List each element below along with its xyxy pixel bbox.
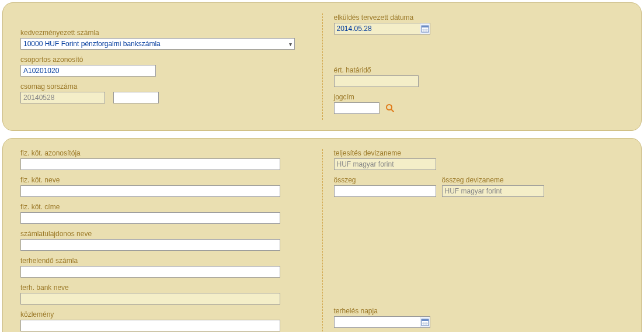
input-planned-date[interactable] xyxy=(335,23,420,34)
field-perf-currency: teljesítés devizaneme xyxy=(334,149,624,170)
svg-rect-9 xyxy=(422,319,429,321)
field-payer-name: fiz. köt. neve xyxy=(20,176,311,197)
field-group-id: csoportos azonosító xyxy=(20,56,311,77)
label-debit-date: terhelés napja xyxy=(334,307,624,315)
input-debit-acct[interactable] xyxy=(20,266,280,278)
input-deadline xyxy=(334,75,419,87)
field-deadline: ért. határidő xyxy=(334,66,624,87)
input-package-seq-2[interactable] xyxy=(113,92,159,103)
input-amount[interactable] xyxy=(334,185,436,197)
field-title-code: jogcím xyxy=(334,93,624,114)
field-owner-name: számlatulajdonos neve xyxy=(20,230,311,251)
label-owner-name: számlatulajdonos neve xyxy=(20,230,311,238)
panel-header: kedvezményezett számla 10000 HUF Forint … xyxy=(2,2,642,131)
input-payer-addr[interactable] xyxy=(20,212,280,224)
label-debit-bank: terh. bank neve xyxy=(20,283,311,292)
panel-details: fiz. köt. azonosítója fiz. köt. neve fiz… xyxy=(2,138,642,332)
label-deadline: ért. határidő xyxy=(334,66,624,74)
label-amount: összeg xyxy=(334,176,436,184)
label-amount-currency: összeg devizaneme xyxy=(442,176,544,184)
label-planned-date: elküldés tervezett dátuma xyxy=(334,13,624,22)
label-beneficiary-account: kedvezményezett számla xyxy=(20,29,311,37)
input-perf-currency xyxy=(334,158,436,170)
field-planned-date: elküldés tervezett dátuma xyxy=(334,13,624,34)
field-beneficiary-account: kedvezményezett számla 10000 HUF Forint … xyxy=(20,29,311,50)
input-owner-name[interactable] xyxy=(20,239,280,251)
date-planned-date xyxy=(334,23,430,34)
input-title-code[interactable] xyxy=(334,102,380,114)
input-payer-name[interactable] xyxy=(20,185,280,197)
vertical-divider xyxy=(322,149,323,331)
input-group-id[interactable] xyxy=(20,65,156,77)
input-memo[interactable] xyxy=(20,320,280,331)
search-icon[interactable] xyxy=(384,102,396,114)
field-debit-bank: terh. bank neve xyxy=(20,283,311,305)
svg-rect-1 xyxy=(422,26,429,27)
field-debit-acct: terhelendő számla xyxy=(20,257,311,278)
input-amount-currency xyxy=(442,185,544,197)
label-payer-addr: fiz. köt. címe xyxy=(20,203,311,211)
vertical-divider xyxy=(322,13,323,120)
label-title-code: jogcím xyxy=(334,93,624,101)
panel1-right: elküldés tervezett dátuma ért. határidő … xyxy=(322,13,624,120)
panel1-left: kedvezményezett számla 10000 HUF Forint … xyxy=(20,13,322,120)
field-memo: közlemény xyxy=(20,310,311,331)
select-value: 10000 HUF Forint pénzforgalmi bankszámla xyxy=(23,40,161,48)
label-payer-id: fiz. köt. azonosítója xyxy=(20,149,311,157)
label-debit-acct: terhelendő számla xyxy=(20,257,311,265)
field-payer-id: fiz. köt. azonosítója xyxy=(20,149,311,170)
panel2-left: fiz. köt. azonosítója fiz. köt. neve fiz… xyxy=(20,149,322,331)
label-perf-currency: teljesítés devizaneme xyxy=(334,149,624,157)
date-debit-date xyxy=(334,316,430,328)
svg-line-7 xyxy=(391,109,394,112)
field-amount-row: összeg összeg devizaneme xyxy=(334,176,624,197)
input-payer-id[interactable] xyxy=(20,158,280,170)
calendar-icon[interactable] xyxy=(420,23,429,34)
input-package-seq-1 xyxy=(20,92,105,103)
panel2-right: teljesítés devizaneme összeg összeg devi… xyxy=(322,149,624,331)
label-group-id: csoportos azonosító xyxy=(20,56,311,64)
field-debit-date: terhelés napja xyxy=(334,307,624,328)
label-payer-name: fiz. köt. neve xyxy=(20,176,311,184)
label-package-seq: csomag sorszáma xyxy=(20,82,311,91)
label-memo: közlemény xyxy=(20,310,311,319)
select-beneficiary-account[interactable]: 10000 HUF Forint pénzforgalmi bankszámla… xyxy=(20,38,295,50)
field-payer-addr: fiz. köt. címe xyxy=(20,203,311,224)
calendar-icon[interactable] xyxy=(420,317,429,327)
field-package-seq: csomag sorszáma xyxy=(20,82,311,103)
input-debit-date[interactable] xyxy=(335,317,420,327)
input-debit-bank xyxy=(20,293,280,305)
chevron-down-icon: ▾ xyxy=(289,41,292,47)
